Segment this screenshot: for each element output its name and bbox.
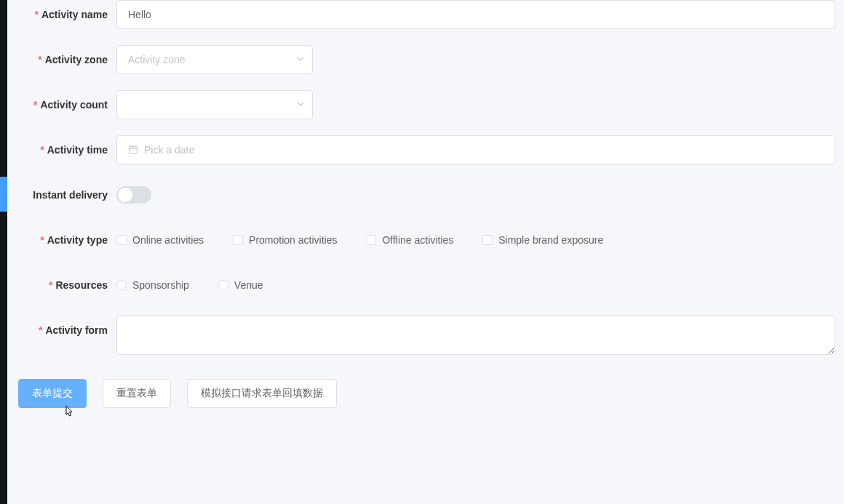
checkbox-label: Simple brand exposure xyxy=(498,234,603,246)
calendar-icon xyxy=(128,145,138,155)
radio-label: Venue xyxy=(234,279,263,291)
form-item-activity-form: Activity form xyxy=(7,316,844,357)
button-row: 表单提交 重置表单 模拟接口请求表单回填数据 xyxy=(7,379,844,408)
svg-rect-0 xyxy=(130,147,138,154)
radio-label: Sponsorship xyxy=(132,279,189,291)
label-activity-zone: Activity zone xyxy=(7,45,116,74)
label-resources: Resources xyxy=(7,271,116,300)
checkbox-online-activities[interactable]: Online activities xyxy=(116,234,204,246)
checkbox-label: Online activities xyxy=(132,234,204,246)
datepicker-activity-time[interactable]: Pick a date xyxy=(116,135,835,164)
checkbox-offline-activities[interactable]: Offline activities xyxy=(366,234,453,246)
sidebar-stub xyxy=(0,0,7,504)
label-activity-count: Activity count xyxy=(7,90,116,119)
checkbox-label: Offline activities xyxy=(382,234,453,246)
mock-fill-button[interactable]: 模拟接口请求表单回填数据 xyxy=(187,379,337,408)
select-placeholder: Activity zone xyxy=(128,54,186,65)
reset-button[interactable]: 重置表单 xyxy=(103,379,171,408)
label-activity-type: Activity type xyxy=(7,225,116,255)
select-activity-count[interactable] xyxy=(116,90,313,119)
checkbox-box-icon xyxy=(233,235,243,245)
checkbox-label: Promotion activities xyxy=(249,234,337,246)
radio-sponsorship[interactable]: Sponsorship xyxy=(116,279,189,291)
label-activity-name: Activity name xyxy=(7,0,116,29)
form-item-activity-zone: Activity zone Activity zone xyxy=(7,45,844,74)
submit-button[interactable]: 表单提交 xyxy=(18,379,87,408)
input-activity-name[interactable] xyxy=(116,0,835,29)
form-item-activity-time: Activity time Pick a date xyxy=(7,135,844,164)
form-item-instant-delivery: Instant delivery xyxy=(7,180,844,209)
checkbox-box-icon xyxy=(482,235,493,245)
sidebar-active-indicator xyxy=(0,177,7,212)
radio-group-resources: Sponsorship Venue xyxy=(116,271,835,300)
date-placeholder: Pick a date xyxy=(144,144,194,156)
switch-knob xyxy=(118,188,132,202)
form-item-activity-name: Activity name xyxy=(7,0,844,29)
switch-instant-delivery[interactable] xyxy=(116,186,151,204)
radio-venue[interactable]: Venue xyxy=(218,279,263,291)
checkbox-box-icon xyxy=(366,235,376,245)
radio-circle-icon xyxy=(218,280,228,290)
label-instant-delivery: Instant delivery xyxy=(7,180,116,209)
select-activity-zone[interactable]: Activity zone xyxy=(116,45,313,74)
textarea-activity-form[interactable] xyxy=(116,316,835,355)
chevron-down-icon xyxy=(296,99,305,111)
form-item-activity-type: Activity type Online activities Promotio… xyxy=(7,225,844,255)
checkbox-simple-brand-exposure[interactable]: Simple brand exposure xyxy=(482,234,603,246)
label-activity-form: Activity form xyxy=(7,316,116,345)
form-item-activity-count: Activity count xyxy=(7,90,844,119)
label-activity-time: Activity time xyxy=(7,135,116,164)
radio-circle-icon xyxy=(116,280,127,290)
form-item-resources: Resources Sponsorship Venue xyxy=(7,271,844,300)
checkbox-promotion-activities[interactable]: Promotion activities xyxy=(233,234,337,246)
checkbox-group-activity-type: Online activities Promotion activities O… xyxy=(116,225,835,255)
chevron-down-icon xyxy=(296,54,305,65)
form-container: Activity name Activity zone Activity zon… xyxy=(7,0,844,504)
checkbox-box-icon xyxy=(116,235,127,245)
